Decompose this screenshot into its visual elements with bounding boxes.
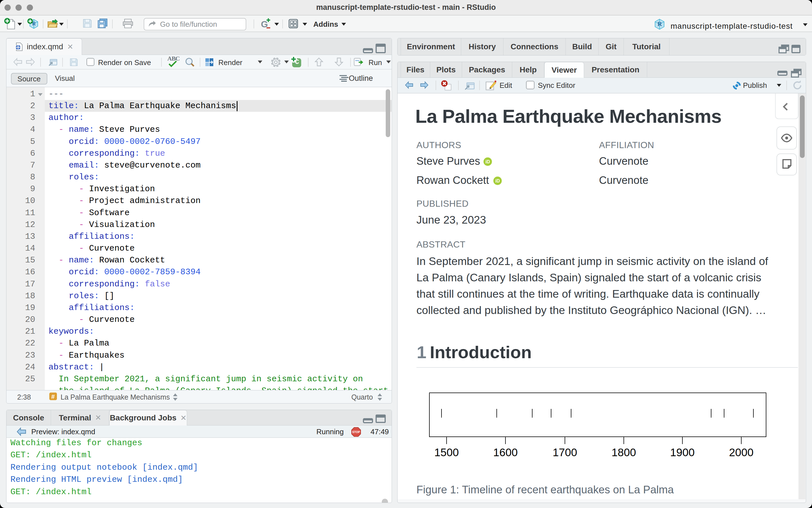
svg-text:R: R [657,20,662,27]
svg-text:iD: iD [495,178,500,183]
svg-text:1600: 1600 [493,446,518,458]
svg-text:1700: 1700 [553,446,577,458]
svg-text:2000: 2000 [729,446,754,458]
svg-text:iD: iD [485,159,490,164]
svg-text:1900: 1900 [670,446,695,458]
svg-text:STOP: STOP [352,431,360,434]
svg-text:1800: 1800 [612,446,636,458]
svg-text:1500: 1500 [435,446,459,458]
